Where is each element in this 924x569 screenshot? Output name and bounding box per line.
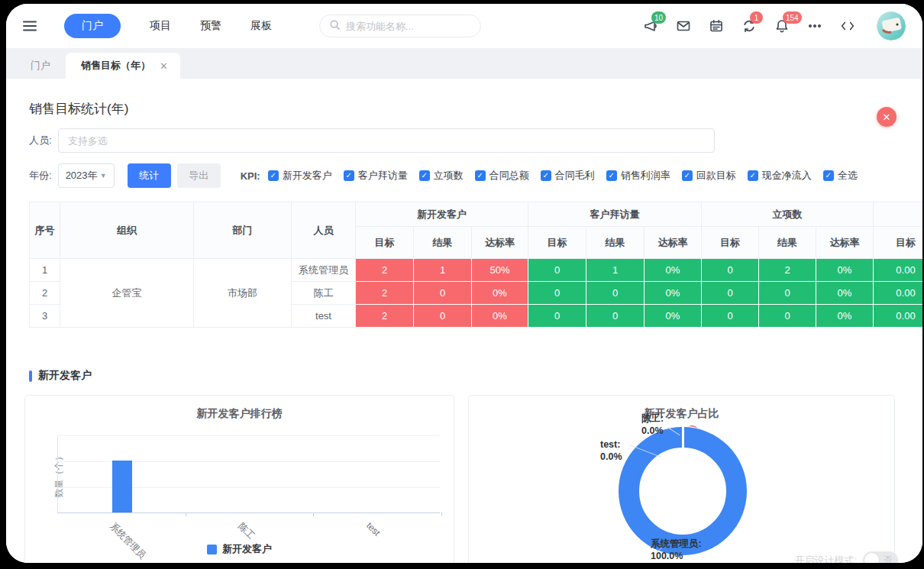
col-header-组织: 组织 [60,202,194,259]
bar-chart-plot: 系统管理员陈工test [57,435,440,513]
kpi-checkbox-销售利润率[interactable]: ✓销售利润率 [606,169,670,183]
search-input[interactable] [346,21,460,32]
pie-label-陈工: 陈工:0.0% [641,412,664,437]
nav-item-门户[interactable]: 门户 [64,14,121,38]
bar-chart-card: 新开发客户排行榜 数量（个） 系统管理员陈工test 新开发客户 [24,395,454,563]
export-button[interactable]: 导出 [177,163,221,188]
page-title: 销售目标统计(年) [29,100,922,118]
nav-item-预警[interactable]: 预警 [200,19,221,33]
kpi-checkbox-新开发客户[interactable]: ✓新开发客户 [268,169,332,183]
user-avatar[interactable] [877,11,906,40]
value-cell: 0.00 [874,282,922,305]
nav-item-展板[interactable]: 展板 [250,19,272,33]
checkbox-checked-icon: ✓ [475,170,486,181]
statistics-button[interactable]: 统计 [128,163,171,188]
year-select[interactable]: 2023年 ▼ [58,163,115,188]
sub-header-达标率: 达标率 [472,227,528,259]
function-search[interactable] [319,15,481,37]
checkbox-checked-icon: ✓ [748,170,758,181]
sub-header-结果: 结果 [759,227,816,259]
bar-系统管理员[interactable] [112,461,132,512]
sub-header-达标率: 达标率 [816,227,874,259]
tab-门户[interactable]: 门户 [15,53,66,79]
value-cell: 1 [414,259,472,282]
tab-close-icon[interactable]: ✕ [160,60,168,72]
sub-header-目标: 目标 [528,227,586,259]
tab-销售目标（年）[interactable]: 销售目标（年）✕ [66,53,180,79]
col-header-部门: 部门 [194,202,292,259]
kpi-option-label: 回款目标 [696,169,736,183]
value-cell: 0 [759,282,816,305]
kpi-checkbox-合同毛利[interactable]: ✓合同毛利 [541,169,595,183]
value-cell: 0% [645,259,702,282]
value-cell: 0% [472,305,528,328]
pie-label-name: test: [600,438,622,451]
pie-label-value: 0.0% [600,451,622,463]
checkbox-checked-icon: ✓ [682,170,693,181]
row-index: 2 [30,282,60,305]
pie-label-value: 0.0% [641,425,664,437]
person-cell: 陈工 [292,282,356,305]
calendar-icon[interactable] [708,18,725,34]
mail-icon[interactable] [675,18,692,34]
person-cell: test [292,305,356,328]
section-marker [29,370,32,382]
more-ellipsis-icon[interactable] [806,18,823,34]
kpi-option-label: 全选 [838,169,858,183]
pie-label-name: 陈工: [641,412,664,425]
switch-knob [864,553,879,563]
sub-header-结果: 结果 [414,227,472,259]
person-multiselect-input[interactable] [58,128,715,153]
bell-icon[interactable]: 154 [774,18,790,34]
bar-chart-legend: 新开发客户 [25,542,454,556]
value-cell: 0% [816,259,874,282]
top-navbar: 门户项目预警展板 10 1 154 [6,4,922,48]
value-cell: 0.00 [874,305,922,328]
kpi-checkbox-客户拜访量[interactable]: ✓客户拜访量 [344,169,408,183]
code-brackets-icon[interactable] [839,18,856,34]
row-index: 3 [30,305,60,328]
value-cell: 2 [356,259,414,282]
kpi-checkbox-list: ✓新开发客户✓客户拜访量✓立项数✓合同总额✓合同毛利✓销售利润率✓回款目标✓现金… [268,169,858,183]
sub-header-目标: 目标 [356,227,414,259]
close-page-button[interactable]: ✕ [877,107,897,127]
pie-label-test: test:0.0% [600,438,622,463]
hamburger-menu-icon[interactable] [21,18,38,34]
pie-label-系统管理员: 系统管理员:100.0% [651,538,702,562]
tab-label: 门户 [31,59,50,73]
value-cell: 0 [414,282,472,305]
kpi-checkbox-全选[interactable]: ✓全选 [823,169,858,183]
checkbox-checked-icon: ✓ [606,170,617,181]
value-cell: 2 [356,305,414,328]
x-axis-tick [186,512,186,516]
x-axis-label-test: test [364,520,383,538]
sub-header-目标: 目标 [874,227,922,259]
checkbox-checked-icon: ✓ [344,170,354,181]
design-mode-switch[interactable]: 否 [863,551,898,563]
value-cell: 0% [472,282,528,305]
notification-badge: 154 [783,11,802,24]
year-select-value: 2023年 [66,169,98,183]
kpi-option-label: 客户拜访量 [358,169,408,183]
person-filter-row: 人员: [29,128,922,153]
kpi-option-label: 合同毛利 [555,169,595,183]
value-cell: 0 [702,259,759,282]
announcement-icon[interactable]: 10 [642,18,659,34]
section-title: 新开发客户 [38,369,92,383]
group-header-客户拜访量: 客户拜访量 [528,202,702,227]
kpi-checkbox-立项数[interactable]: ✓立项数 [419,169,464,183]
row-index: 1 [30,259,60,282]
person-label: 人员: [29,134,52,147]
sync-icon[interactable]: 1 [741,18,758,34]
value-cell: 0 [702,282,759,305]
kpi-checkbox-合同总额[interactable]: ✓合同总额 [475,169,529,183]
pie-chart-title: 新开发客户占比 [469,407,894,421]
pie-label-value: 100.0% [651,550,702,562]
legend-swatch[interactable] [207,545,217,554]
group-header-立项数: 立项数 [702,202,874,227]
nav-item-项目[interactable]: 项目 [150,19,171,33]
kpi-checkbox-回款目标[interactable]: ✓回款目标 [682,169,736,183]
checkbox-checked-icon: ✓ [541,170,551,181]
kpi-checkbox-现金净流入[interactable]: ✓现金净流入 [748,169,812,183]
design-mode-toggle-row: 开启设计模式: 否 [794,551,898,563]
